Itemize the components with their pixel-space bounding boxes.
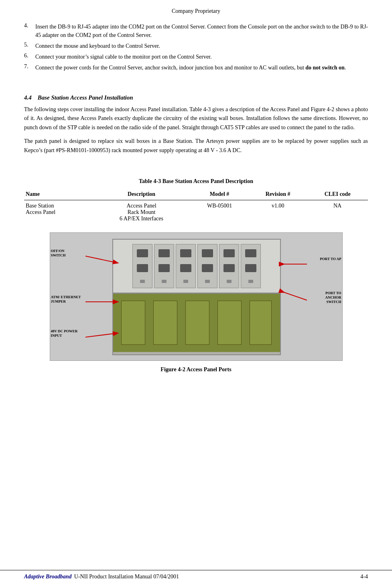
circuit-4 (217, 301, 242, 345)
cell-clei: NA (307, 200, 368, 224)
list-item: 6. Connect your monitor’s signal cable t… (24, 53, 368, 61)
col-header-description: Description (93, 189, 190, 200)
figure-container: OFF/ON SWITCH ATM/ ETHERNET JUMPER 48V D… (24, 232, 368, 373)
label-power: 48V DC POWER INPUT (51, 329, 78, 338)
jack-1b (137, 264, 148, 272)
section-title: Base Station Access Panel Installation (38, 94, 133, 101)
figure-caption: Figure 4-2 Access Panel Ports (160, 366, 231, 373)
label-port-ap: PORT TO AP (320, 257, 341, 261)
list-content-5: Connect the mouse and keyboard to the Co… (35, 42, 368, 50)
led-3 (183, 280, 188, 283)
cell-name: Base Station Access Panel (24, 200, 93, 224)
list-7-bold: do not switch on (305, 65, 345, 71)
led-2 (162, 280, 167, 283)
jack-4b (202, 264, 213, 272)
page-footer: Adaptive Broadband U-NII Product Install… (0, 570, 392, 580)
port-group (132, 244, 261, 288)
svg-line-4 (284, 292, 307, 300)
jack-5a (223, 249, 235, 257)
footer-brand: Adaptive Broadband (24, 574, 72, 580)
list-item: 7. Connect the power cords for the Contr… (24, 63, 368, 72)
cell-description: Access Panel Rack Mount 6 AP/EX Interfac… (93, 200, 190, 224)
spacer-bottom (24, 377, 368, 389)
figure-image: OFF/ON SWITCH ATM/ ETHERNET JUMPER 48V D… (50, 232, 343, 361)
jack-3b (180, 264, 191, 272)
port-3 (176, 244, 196, 288)
port-2 (154, 244, 174, 288)
footer-page-number: 4-4 (360, 574, 368, 580)
circuit-2 (153, 301, 177, 345)
list-content-4: Insert the DB-9 to RJ-45 adapter into th… (35, 22, 368, 39)
label-atm: ATM/ ETHERNET JUMPER (51, 295, 81, 304)
jack-2a (158, 249, 170, 257)
numbered-list: 4. Insert the DB-9 to RJ-45 adapter into… (24, 22, 368, 72)
panel-top-section (113, 240, 280, 294)
footer-text: U-NII Product Installation Manual 07/04/… (74, 574, 361, 580)
panel-bottom-section (113, 294, 280, 352)
description-table: Name Description Model # Revision # CLEI… (24, 189, 368, 224)
page-header: Company Proprietary (24, 8, 368, 14)
circuit-1 (121, 301, 145, 345)
port-5 (219, 244, 239, 288)
list-item: 4. Insert the DB-9 to RJ-45 adapter into… (24, 22, 368, 39)
section-number: 4.4 (24, 94, 32, 101)
cell-model: WB-05001 (190, 200, 249, 224)
led-1 (140, 280, 145, 283)
label-port-anchor: PORT TO ANCHOR SWITCH (325, 291, 341, 304)
col-header-name: Name (24, 189, 93, 200)
port-6 (241, 244, 261, 288)
port-1 (132, 244, 152, 288)
list-7-text-after: . (345, 65, 346, 71)
label-off-on: OFF/ON SWITCH (51, 249, 66, 258)
header-title-text: Company Proprietary (172, 8, 220, 14)
circuit-5 (250, 301, 272, 345)
port-4 (197, 244, 217, 288)
jack-4a (202, 249, 213, 257)
list-num-4: 4. (24, 22, 35, 39)
col-header-model: Model # (190, 189, 249, 200)
col-header-revision: Revision # (249, 189, 307, 200)
cell-revision: v1.00 (249, 200, 307, 224)
cell-name-line2: Access Panel (26, 209, 55, 215)
circuit-3 (185, 301, 209, 345)
list-num-5: 5. (24, 42, 35, 50)
paragraph-1: The following steps cover installing the… (24, 105, 368, 132)
table-header-row: Name Description Model # Revision # CLEI… (24, 189, 368, 200)
cell-desc-line1: Access Panel (126, 203, 156, 209)
list-content-7: Connect the power cords for the Control … (35, 63, 368, 72)
cell-desc-line2: Rack Mount (128, 209, 156, 215)
page: Company Proprietary 4. Insert the DB-9 t… (0, 0, 392, 588)
jack-1a (137, 249, 148, 257)
led-4 (205, 280, 210, 283)
jack-3a (180, 249, 191, 257)
led-6 (248, 280, 253, 283)
list-num-6: 6. (24, 53, 35, 61)
section-heading: 4.4 Base Station Access Panel Installati… (24, 94, 368, 101)
list-7-text-before: Connect the power cords for the Control … (35, 65, 305, 71)
cell-name-line1: Base Station (26, 203, 54, 209)
list-content-6: Connect your monitor’s signal cable to t… (35, 53, 368, 61)
panel-graphic (112, 239, 281, 355)
cell-desc-line3: 6 AP/EX Interfaces (120, 216, 163, 222)
table-title: Table 4-3 Base Station Access Panel Desc… (24, 178, 368, 185)
table-row: Base Station Access Panel Access Panel R… (24, 200, 368, 224)
paragraph-2: The patch panel is designed to replace s… (24, 137, 368, 155)
list-item: 5. Connect the mouse and keyboard to the… (24, 42, 368, 50)
jack-6b (245, 264, 256, 272)
led-5 (227, 280, 232, 283)
jack-5b (223, 264, 235, 272)
jack-2b (158, 264, 170, 272)
col-header-clei: CLEI code (307, 189, 368, 200)
list-num-7: 7. (24, 63, 35, 72)
jack-6a (245, 249, 256, 257)
